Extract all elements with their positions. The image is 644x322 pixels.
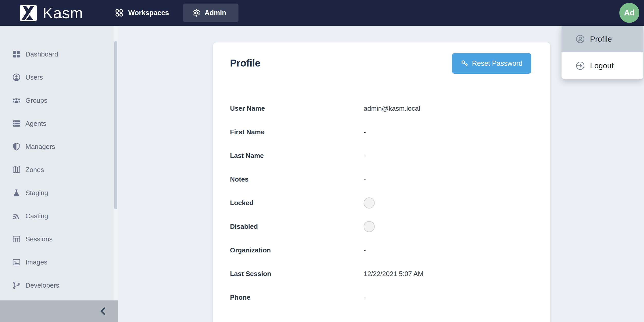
sidebar-item-groups[interactable]: Groups [0,89,114,112]
logout-icon [575,61,585,71]
kasm-admin-page: Kasm Workspaces Admin Ad Profile Logout … [0,0,644,322]
workspaces-grid-icon [114,8,124,18]
brand-title: Kasm [43,0,83,26]
sidebar-item-label: Sessions [25,235,53,243]
field-value: 12/22/2021 5:07 AM [364,270,424,278]
page-title: Profile [230,58,260,69]
sidebar-item-developers[interactable]: Developers [0,274,114,297]
menu-item-label: Profile [590,35,612,43]
profile-field-user-name: User Name admin@kasm.local [230,97,531,120]
person-circle-icon [575,34,585,44]
field-value: - [364,152,366,160]
developers-icon [12,281,21,290]
nav-workspaces-label: Workspaces [128,9,169,17]
sidebar-item-casting[interactable]: Casting [0,204,114,228]
sidebar-item-dashboard[interactable]: Dashboard [0,43,114,66]
zones-icon [12,165,21,174]
sidebar-item-label: Dashboard [25,50,58,58]
field-label: Disabled [230,223,364,231]
sidebar-scrollbar-track [114,26,118,300]
sidebar-item-managers[interactable]: Managers [0,135,114,158]
field-label: Organization [230,246,364,254]
sidebar-item-label: Zones [25,166,44,174]
field-label: Locked [230,199,364,207]
user-avatar[interactable]: Ad [619,3,639,23]
sidebar-item-staging[interactable]: Staging [0,181,114,204]
profile-card: Profile Reset Password User Name admin@k… [213,42,550,322]
menu-item-profile[interactable]: Profile [562,26,643,52]
staging-icon [12,188,21,197]
top-navbar: Kasm Workspaces Admin Ad [0,0,644,26]
profile-field-notes: Notes - [230,167,531,191]
sessions-icon [12,235,21,243]
field-label: Last Session [230,270,364,278]
profile-field-locked: Locked [230,191,531,215]
kasm-logo-icon[interactable] [20,5,37,21]
field-label: Phone [230,293,364,301]
dashboard-icon [12,50,21,59]
profile-field-phone: Phone - [230,286,531,309]
disabled-toggle[interactable] [364,221,375,232]
sidebar-item-label: Users [25,73,43,81]
sidebar-item-label: Images [25,258,47,266]
user-dropdown-menu: Profile Logout [562,26,643,79]
profile-fields: User Name admin@kasm.local First Name - … [230,97,531,309]
profile-field-organization: Organization - [230,238,531,262]
nav-workspaces[interactable]: Workspaces [114,0,169,26]
menu-item-logout[interactable]: Logout [562,52,643,79]
field-value: - [364,175,366,183]
profile-field-last-name: Last Name - [230,144,531,167]
sidebar-collapse-button[interactable] [0,300,118,322]
profile-field-first-name: First Name - [230,120,531,144]
groups-icon [12,96,21,105]
profile-field-disabled: Disabled [230,215,531,238]
field-label: Last Name [230,152,364,160]
nav-admin[interactable]: Admin [183,4,238,22]
sidebar-item-label: Developers [25,281,59,289]
field-label: Notes [230,175,364,183]
images-icon [12,258,21,267]
sidebar-item-sessions[interactable]: Sessions [0,228,114,251]
sidebar-item-label: Casting [25,212,48,220]
sidebar-item-users[interactable]: Users [0,66,114,89]
field-value: - [364,128,366,136]
agents-icon [12,119,21,128]
sidebar-nav-list: Dashboard Users Groups Agents Managers Z… [0,26,114,297]
chevron-left-icon [98,306,108,316]
users-icon [12,73,21,82]
sidebar-item-agents[interactable]: Agents [0,112,114,135]
avatar-initials: Ad [624,8,634,17]
field-value: admin@kasm.local [364,105,420,112]
nav-admin-label: Admin [205,9,226,17]
reset-password-label: Reset Password [472,60,522,68]
field-value: - [364,246,366,254]
menu-item-label: Logout [590,61,614,70]
gear-icon [192,8,201,17]
sidebar-item-label: Staging [25,189,48,197]
field-label: First Name [230,128,364,136]
field-value: - [364,293,366,301]
reset-password-button[interactable]: Reset Password [452,53,531,74]
profile-field-last-session: Last Session 12/22/2021 5:07 AM [230,262,531,286]
key-icon [461,60,468,67]
sidebar-item-images[interactable]: Images [0,251,114,274]
casting-icon [12,212,21,220]
locked-toggle[interactable] [364,197,375,209]
field-label: User Name [230,105,364,112]
sidebar-item-label: Groups [25,97,47,105]
admin-sidebar: Dashboard Users Groups Agents Managers Z… [0,26,118,322]
sidebar-item-zones[interactable]: Zones [0,158,114,181]
sidebar-item-label: Agents [25,120,46,128]
sidebar-scrollbar-thumb[interactable] [114,41,117,209]
managers-icon [12,142,21,151]
sidebar-item-label: Managers [25,143,55,151]
